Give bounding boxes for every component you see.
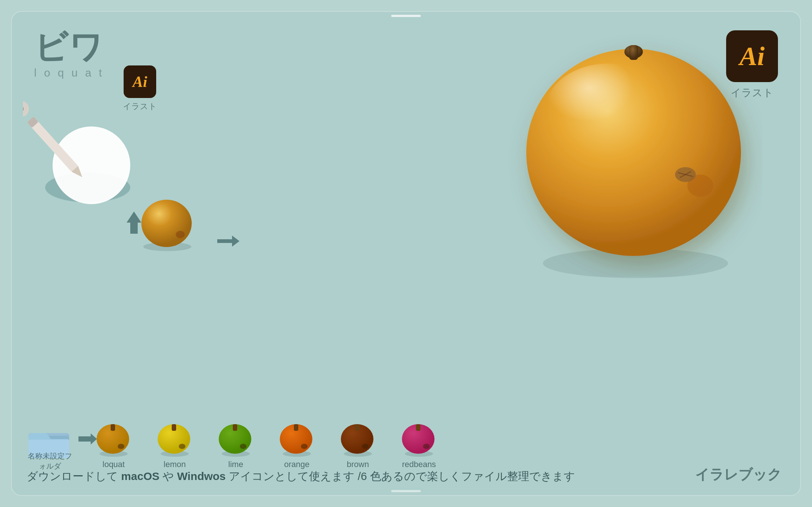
small-loquat-icon (134, 193, 201, 252)
fruit-svg-brown (338, 420, 378, 457)
svg-rect-48 (416, 424, 420, 431)
svg-point-19 (141, 200, 192, 247)
svg-point-33 (179, 444, 185, 449)
bottom-bold-1: macOS (121, 470, 159, 482)
svg-point-5 (23, 98, 32, 121)
fruit-svg-redbeans (399, 420, 439, 457)
bottom-indicator (391, 490, 421, 492)
fruit-icons-row: loquatlemonlimeorangebrownredbeans (93, 420, 439, 469)
fruit-label-brown: brown (347, 460, 369, 469)
svg-point-45 (362, 444, 369, 449)
fruit-item-loquat: loquat (93, 420, 134, 469)
bottom-text-2: や (162, 470, 174, 482)
bottom-text-1: ダウンロードして (27, 470, 118, 482)
page-subtitle: l o q u a t (34, 67, 104, 79)
bottom-text-3: アイコンとして使えます /6 色あるので楽しくファイル整理できます (229, 470, 575, 482)
fruit-label-loquat: loquat (103, 460, 125, 469)
svg-point-1 (53, 126, 130, 204)
fruit-label-orange: orange (284, 460, 310, 469)
bottom-bold-2: Windwos (177, 470, 225, 482)
fruit-svg-loquat (93, 420, 134, 457)
arrow-right-icon (214, 230, 243, 257)
fruit-item-orange: orange (276, 420, 317, 469)
stylus-illustration (23, 78, 141, 197)
svg-point-29 (118, 444, 124, 449)
page-title: ビワ (34, 30, 104, 64)
bottom-description: ダウンロードして macOS や Windwos アイコンとして使えます /6 … (27, 469, 726, 484)
svg-rect-13 (629, 45, 638, 60)
large-loquat-illustration (504, 27, 771, 278)
svg-point-37 (240, 444, 246, 449)
fruit-label-lime: lime (228, 460, 243, 469)
svg-point-20 (176, 231, 185, 238)
title-area: ビワ l o q u a t (34, 30, 104, 79)
fruit-item-lime: lime (215, 420, 256, 469)
svg-point-41 (301, 444, 308, 449)
svg-point-49 (423, 444, 430, 449)
main-container: ビワ l o q u a t Ai イラスト Ai イラスト (11, 11, 801, 496)
svg-point-10 (545, 64, 671, 160)
brand-name: イラレブック (695, 465, 782, 484)
svg-rect-32 (172, 424, 176, 431)
fruit-svg-lemon (154, 420, 195, 457)
svg-marker-21 (217, 236, 239, 247)
fruit-label-lemon: lemon (164, 460, 186, 469)
fruit-svg-orange (276, 420, 317, 457)
top-indicator (391, 15, 421, 17)
fruit-label-redbeans: redbeans (402, 460, 436, 469)
fruit-item-lemon: lemon (154, 420, 195, 469)
fruit-svg-lime (215, 420, 256, 457)
svg-rect-40 (294, 424, 298, 431)
fruit-item-brown: brown (338, 420, 378, 469)
svg-rect-36 (233, 424, 237, 431)
svg-rect-28 (111, 424, 115, 431)
folder-label: 名称未設定フォルダ (26, 451, 74, 471)
fruit-item-redbeans: redbeans (399, 420, 439, 469)
svg-rect-44 (355, 424, 359, 431)
